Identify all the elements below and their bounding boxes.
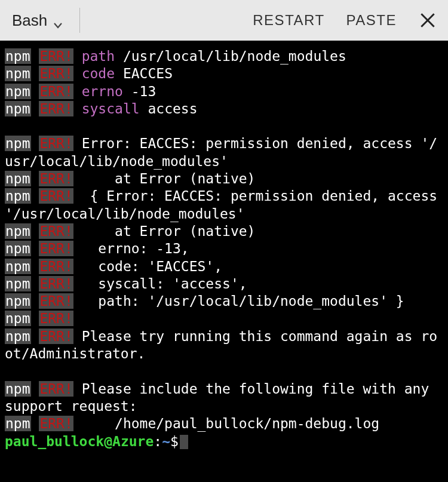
err-tag: ERR!: [39, 381, 73, 397]
err-line: errno: -13,: [73, 241, 189, 256]
restart-button[interactable]: RESTART: [244, 7, 333, 33]
err-tag: ERR!: [39, 311, 73, 326]
err-key: syscall: [82, 101, 140, 116]
npm-tag: npm: [5, 241, 31, 256]
npm-tag: npm: [5, 84, 31, 99]
npm-tag: npm: [5, 101, 31, 116]
shell-dropdown[interactable]: Bash: [6, 8, 69, 33]
err-key: code: [82, 66, 115, 81]
err-line: at Error (native): [73, 223, 256, 239]
npm-tag: npm: [5, 276, 31, 291]
err-tag: ERR!: [39, 329, 73, 344]
err-line: syscall: 'access',: [73, 276, 247, 291]
err-val: -13: [131, 84, 157, 99]
npm-tag: npm: [5, 381, 31, 397]
err-val: access: [148, 101, 197, 116]
close-button[interactable]: [418, 11, 437, 30]
err-tag: ERR!: [39, 241, 73, 256]
close-icon: [418, 21, 437, 32]
prompt-colon: :: [154, 434, 162, 449]
npm-tag: npm: [5, 136, 31, 151]
prompt-path: ~: [162, 434, 170, 449]
err-key: path: [82, 48, 115, 64]
err-key: errno: [82, 84, 123, 99]
toolbar: Bash RESTART PASTE: [0, 0, 448, 41]
err-tag: ERR!: [39, 259, 73, 274]
err-tag: ERR!: [39, 84, 73, 99]
npm-tag: npm: [5, 66, 31, 81]
err-line: code: 'EACCES',: [73, 259, 222, 274]
cursor: [180, 435, 188, 449]
err-val: EACCES: [123, 66, 173, 81]
err-tag: ERR!: [39, 171, 73, 186]
err-line: path: '/usr/local/lib/node_modules' }: [73, 293, 404, 309]
npm-tag: npm: [5, 416, 31, 431]
npm-tag: npm: [5, 311, 31, 326]
toolbar-divider: [79, 8, 80, 33]
prompt-dollar: $: [170, 434, 179, 449]
npm-tag: npm: [5, 188, 31, 204]
npm-tag: npm: [5, 293, 31, 309]
err-line: at Error (native): [73, 171, 256, 186]
err-tag: ERR!: [39, 136, 73, 151]
err-tag: ERR!: [39, 101, 73, 116]
npm-tag: npm: [5, 171, 31, 186]
npm-tag: npm: [5, 259, 31, 274]
err-line: /home/paul_bullock/npm-debug.log: [73, 416, 379, 431]
err-tag: ERR!: [39, 223, 73, 239]
npm-tag: npm: [5, 223, 31, 239]
npm-tag: npm: [5, 48, 31, 64]
prompt-at: @: [104, 434, 112, 449]
err-tag: ERR!: [39, 188, 73, 204]
err-tag: ERR!: [39, 276, 73, 291]
err-tag: ERR!: [39, 66, 73, 81]
err-tag: ERR!: [39, 416, 73, 431]
err-tag: ERR!: [39, 48, 73, 64]
shell-label: Bash: [12, 11, 47, 30]
npm-tag: npm: [5, 329, 31, 344]
err-val: /usr/local/lib/node_modules: [123, 48, 346, 64]
chevron-down-icon: [53, 16, 63, 25]
prompt-user: paul_bullock: [5, 434, 104, 449]
prompt-host: Azure: [112, 434, 154, 449]
paste-button[interactable]: PASTE: [338, 7, 405, 33]
terminal-output[interactable]: npm ERR! path /usr/local/lib/node_module…: [0, 41, 448, 455]
err-tag: ERR!: [39, 293, 73, 309]
